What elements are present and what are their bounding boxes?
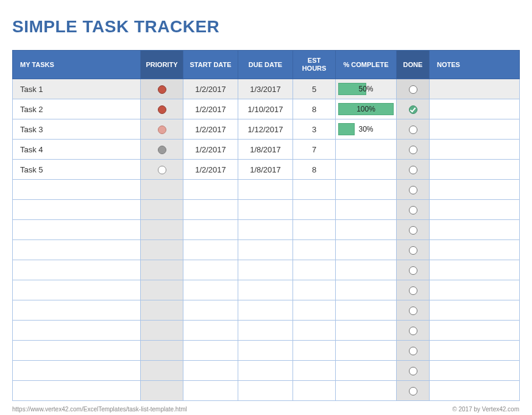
complete-cell[interactable]	[336, 140, 397, 160]
due-date-cell[interactable]	[238, 220, 293, 240]
due-date-cell[interactable]	[238, 361, 293, 381]
radio-icon[interactable]	[409, 166, 417, 174]
radio-icon[interactable]	[409, 186, 417, 194]
task-cell[interactable]	[13, 180, 141, 200]
done-cell[interactable]	[397, 260, 430, 280]
complete-cell[interactable]	[336, 220, 397, 240]
est-hours-cell[interactable]	[293, 180, 336, 200]
complete-cell[interactable]: 50%	[336, 79, 397, 99]
due-date-cell[interactable]	[238, 341, 293, 361]
radio-icon[interactable]	[409, 126, 417, 134]
task-cell[interactable]	[13, 200, 141, 220]
priority-cell[interactable]	[141, 180, 183, 200]
notes-cell[interactable]	[430, 300, 520, 321]
due-date-cell[interactable]	[238, 180, 293, 200]
est-hours-cell[interactable]: 3	[293, 119, 336, 140]
task-cell[interactable]: Task 2	[13, 99, 141, 119]
priority-cell[interactable]	[141, 260, 183, 280]
start-date-cell[interactable]	[183, 361, 238, 381]
notes-cell[interactable]	[430, 260, 520, 280]
complete-cell[interactable]	[336, 260, 397, 280]
radio-icon[interactable]	[409, 206, 417, 215]
checkmark-icon[interactable]	[409, 105, 417, 114]
task-cell[interactable]	[13, 300, 141, 321]
start-date-cell[interactable]: 1/2/2017	[183, 140, 238, 160]
priority-cell[interactable]	[141, 321, 183, 341]
done-cell[interactable]	[397, 361, 430, 381]
task-cell[interactable]: Task 1	[13, 79, 141, 99]
notes-cell[interactable]	[430, 180, 520, 200]
due-date-cell[interactable]	[238, 240, 293, 260]
done-cell[interactable]	[397, 381, 430, 401]
est-hours-cell[interactable]	[293, 280, 336, 300]
start-date-cell[interactable]: 1/2/2017	[183, 99, 238, 119]
complete-cell[interactable]	[336, 160, 397, 180]
notes-cell[interactable]	[430, 240, 520, 260]
radio-icon[interactable]	[409, 347, 417, 355]
notes-cell[interactable]	[430, 361, 520, 381]
complete-cell[interactable]	[336, 280, 397, 300]
done-cell[interactable]	[397, 140, 430, 160]
start-date-cell[interactable]	[183, 260, 238, 280]
due-date-cell[interactable]	[238, 260, 293, 280]
start-date-cell[interactable]	[183, 381, 238, 401]
est-hours-cell[interactable]	[293, 300, 336, 321]
est-hours-cell[interactable]	[293, 200, 336, 220]
done-cell[interactable]	[397, 99, 430, 119]
priority-cell[interactable]	[141, 220, 183, 240]
priority-cell[interactable]	[141, 341, 183, 361]
radio-icon[interactable]	[409, 286, 417, 295]
done-cell[interactable]	[397, 79, 430, 99]
notes-cell[interactable]	[430, 280, 520, 300]
task-cell[interactable]	[13, 341, 141, 361]
due-date-cell[interactable]	[238, 321, 293, 341]
radio-icon[interactable]	[409, 266, 417, 275]
task-cell[interactable]: Task 3	[13, 119, 141, 140]
complete-cell[interactable]	[336, 300, 397, 321]
notes-cell[interactable]	[430, 200, 520, 220]
est-hours-cell[interactable]	[293, 381, 336, 401]
complete-cell[interactable]	[336, 381, 397, 401]
radio-icon[interactable]	[409, 85, 417, 94]
est-hours-cell[interactable]: 8	[293, 160, 336, 180]
task-cell[interactable]: Task 4	[13, 140, 141, 160]
start-date-cell[interactable]	[183, 341, 238, 361]
priority-cell[interactable]	[141, 300, 183, 321]
due-date-cell[interactable]: 1/3/2017	[238, 79, 293, 99]
notes-cell[interactable]	[430, 99, 520, 119]
start-date-cell[interactable]	[183, 300, 238, 321]
est-hours-cell[interactable]	[293, 240, 336, 260]
notes-cell[interactable]	[430, 140, 520, 160]
est-hours-cell[interactable]	[293, 260, 336, 280]
complete-cell[interactable]: 30%	[336, 119, 397, 140]
due-date-cell[interactable]: 1/8/2017	[238, 160, 293, 180]
priority-cell[interactable]	[141, 119, 183, 140]
est-hours-cell[interactable]: 5	[293, 79, 336, 99]
done-cell[interactable]	[397, 300, 430, 321]
done-cell[interactable]	[397, 119, 430, 140]
priority-cell[interactable]	[141, 200, 183, 220]
done-cell[interactable]	[397, 341, 430, 361]
due-date-cell[interactable]: 1/8/2017	[238, 140, 293, 160]
task-cell[interactable]	[13, 260, 141, 280]
notes-cell[interactable]	[430, 341, 520, 361]
task-cell[interactable]	[13, 280, 141, 300]
done-cell[interactable]	[397, 321, 430, 341]
radio-icon[interactable]	[409, 146, 417, 154]
est-hours-cell[interactable]	[293, 361, 336, 381]
notes-cell[interactable]	[430, 220, 520, 240]
radio-icon[interactable]	[409, 387, 417, 395]
due-date-cell[interactable]	[238, 300, 293, 321]
notes-cell[interactable]	[430, 119, 520, 140]
due-date-cell[interactable]	[238, 200, 293, 220]
start-date-cell[interactable]	[183, 220, 238, 240]
due-date-cell[interactable]	[238, 381, 293, 401]
priority-cell[interactable]	[141, 99, 183, 119]
done-cell[interactable]	[397, 240, 430, 260]
start-date-cell[interactable]	[183, 280, 238, 300]
complete-cell[interactable]	[336, 240, 397, 260]
task-cell[interactable]	[13, 220, 141, 240]
start-date-cell[interactable]	[183, 200, 238, 220]
radio-icon[interactable]	[409, 246, 417, 255]
task-cell[interactable]	[13, 240, 141, 260]
